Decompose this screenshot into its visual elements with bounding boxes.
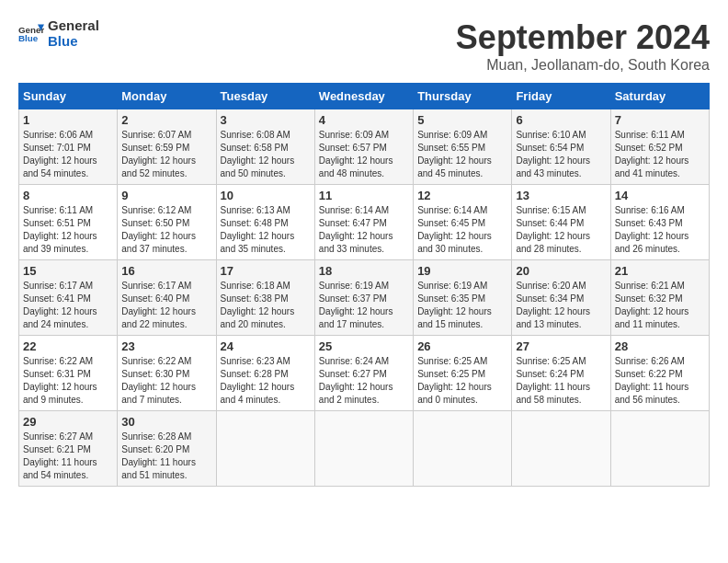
table-row: 11 Sunrise: 6:14 AM Sunset: 6:47 PM Dayl… [314,185,413,260]
table-row: 18 Sunrise: 6:19 AM Sunset: 6:37 PM Dayl… [314,260,413,336]
sunset-label: Sunset: 6:44 PM [516,218,584,228]
sunrise-label: Sunrise: 6:24 AM [319,356,389,366]
calendar-week-row: 15 Sunrise: 6:17 AM Sunset: 6:41 PM Dayl… [19,260,710,336]
calendar-subtitle: Muan, Jeollanam-do, South Korea [456,57,710,74]
table-row: 19 Sunrise: 6:19 AM Sunset: 6:35 PM Dayl… [414,260,512,336]
header-wednesday: Wednesday [314,84,413,109]
sunset-label: Sunset: 6:40 PM [121,293,189,304]
table-row: 24 Sunrise: 6:23 AM Sunset: 6:28 PM Dayl… [216,336,314,411]
sunrise-label: Sunrise: 6:23 AM [221,356,290,366]
day-number: 19 [417,264,507,278]
sunset-label: Sunset: 6:43 PM [615,218,683,228]
day-number: 10 [221,189,311,202]
sunset-label: Sunset: 6:34 PM [516,293,584,304]
table-row: 2 Sunrise: 6:07 AM Sunset: 6:59 PM Dayli… [118,109,216,185]
daylight-label: Daylight: 11 hours and 56 minutes. [615,382,689,405]
daylight-label: Daylight: 12 hours and 0 minutes. [417,382,492,405]
table-row: 14 Sunrise: 6:16 AM Sunset: 6:43 PM Dayl… [610,185,709,260]
day-number: 9 [121,189,211,202]
daylight-label: Daylight: 12 hours and 37 minutes. [121,231,196,254]
day-number: 16 [121,264,211,278]
day-info: Sunrise: 6:26 AM Sunset: 6:22 PM Dayligh… [615,355,705,407]
table-row: 28 Sunrise: 6:26 AM Sunset: 6:22 PM Dayl… [610,336,709,411]
table-row: 7 Sunrise: 6:11 AM Sunset: 6:52 PM Dayli… [610,109,709,185]
day-info: Sunrise: 6:18 AM Sunset: 6:38 PM Dayligh… [221,280,311,331]
sunrise-label: Sunrise: 6:10 AM [516,130,586,140]
day-number: 26 [417,339,507,353]
sunrise-label: Sunrise: 6:19 AM [319,281,389,291]
day-info: Sunrise: 6:13 AM Sunset: 6:48 PM Dayligh… [221,204,311,256]
header-friday: Friday [512,84,610,109]
sunrise-label: Sunrise: 6:27 AM [23,431,93,442]
day-number: 2 [121,113,211,127]
table-row [414,411,512,487]
day-number: 14 [615,189,705,202]
sunrise-label: Sunrise: 6:09 AM [319,130,389,140]
table-row: 9 Sunrise: 6:12 AM Sunset: 6:50 PM Dayli… [118,185,216,260]
sunset-label: Sunset: 6:55 PM [417,143,485,153]
sunset-label: Sunset: 6:52 PM [615,143,683,153]
table-row: 5 Sunrise: 6:09 AM Sunset: 6:55 PM Dayli… [414,109,512,185]
table-row: 21 Sunrise: 6:21 AM Sunset: 6:32 PM Dayl… [610,260,709,336]
daylight-label: Daylight: 12 hours and 9 minutes. [23,382,97,405]
sunset-label: Sunset: 6:24 PM [516,369,584,379]
header-sunday: Sunday [19,84,118,109]
sunrise-label: Sunrise: 6:07 AM [121,130,191,140]
logo-icon: General Blue [18,21,44,47]
day-number: 25 [319,339,409,353]
sunrise-label: Sunrise: 6:12 AM [121,205,191,215]
sunrise-label: Sunrise: 6:11 AM [615,130,685,140]
day-info: Sunrise: 6:11 AM Sunset: 6:52 PM Dayligh… [615,129,705,180]
sunrise-label: Sunrise: 6:06 AM [23,130,93,140]
day-info: Sunrise: 6:25 AM Sunset: 6:24 PM Dayligh… [516,355,606,407]
day-number: 21 [615,264,705,278]
daylight-label: Daylight: 12 hours and 17 minutes. [319,306,393,329]
sunset-label: Sunset: 6:59 PM [121,143,189,153]
daylight-label: Daylight: 12 hours and 28 minutes. [516,231,590,254]
daylight-label: Daylight: 12 hours and 13 minutes. [516,306,590,329]
daylight-label: Daylight: 12 hours and 39 minutes. [23,231,97,254]
table-row: 15 Sunrise: 6:17 AM Sunset: 6:41 PM Dayl… [19,260,118,336]
daylight-label: Daylight: 12 hours and 48 minutes. [319,155,393,178]
day-number: 24 [221,339,311,353]
day-info: Sunrise: 6:12 AM Sunset: 6:50 PM Dayligh… [121,204,211,256]
daylight-label: Daylight: 12 hours and 54 minutes. [23,155,97,178]
table-row: 3 Sunrise: 6:08 AM Sunset: 6:58 PM Dayli… [216,109,314,185]
sunrise-label: Sunrise: 6:21 AM [615,281,685,291]
day-info: Sunrise: 6:15 AM Sunset: 6:44 PM Dayligh… [516,204,606,256]
table-row: 22 Sunrise: 6:22 AM Sunset: 6:31 PM Dayl… [19,336,118,411]
calendar-week-row: 29 Sunrise: 6:27 AM Sunset: 6:21 PM Dayl… [19,411,710,487]
sunset-label: Sunset: 6:31 PM [23,369,91,379]
day-info: Sunrise: 6:25 AM Sunset: 6:25 PM Dayligh… [417,355,507,407]
table-row: 17 Sunrise: 6:18 AM Sunset: 6:38 PM Dayl… [216,260,314,336]
daylight-label: Daylight: 12 hours and 52 minutes. [121,155,196,178]
daylight-label: Daylight: 12 hours and 45 minutes. [417,155,492,178]
day-number: 17 [221,264,311,278]
day-info: Sunrise: 6:09 AM Sunset: 6:55 PM Dayligh… [417,129,507,180]
sunset-label: Sunset: 6:25 PM [417,369,485,379]
title-section: September 2024 Muan, Jeollanam-do, South… [456,18,710,74]
daylight-label: Daylight: 11 hours and 51 minutes. [121,457,196,480]
daylight-label: Daylight: 11 hours and 58 minutes. [516,382,590,405]
day-number: 30 [121,415,211,429]
logo-text-blue: Blue [48,34,99,50]
daylight-label: Daylight: 12 hours and 26 minutes. [615,231,689,254]
daylight-label: Daylight: 12 hours and 22 minutes. [121,306,196,329]
day-info: Sunrise: 6:17 AM Sunset: 6:41 PM Dayligh… [23,280,113,331]
table-row: 27 Sunrise: 6:25 AM Sunset: 6:24 PM Dayl… [512,336,610,411]
daylight-label: Daylight: 12 hours and 41 minutes. [615,155,689,178]
table-row: 25 Sunrise: 6:24 AM Sunset: 6:27 PM Dayl… [314,336,413,411]
calendar-week-row: 8 Sunrise: 6:11 AM Sunset: 6:51 PM Dayli… [19,185,710,260]
sunrise-label: Sunrise: 6:28 AM [121,431,191,442]
day-info: Sunrise: 6:08 AM Sunset: 6:58 PM Dayligh… [221,129,311,180]
day-info: Sunrise: 6:21 AM Sunset: 6:32 PM Dayligh… [615,280,705,331]
day-info: Sunrise: 6:07 AM Sunset: 6:59 PM Dayligh… [121,129,211,180]
sunset-label: Sunset: 6:28 PM [221,369,289,379]
sunrise-label: Sunrise: 6:15 AM [516,205,586,215]
header-saturday: Saturday [610,84,709,109]
sunrise-label: Sunrise: 6:22 AM [23,356,93,366]
day-info: Sunrise: 6:17 AM Sunset: 6:40 PM Dayligh… [121,280,211,331]
sunrise-label: Sunrise: 6:19 AM [417,281,487,291]
sunrise-label: Sunrise: 6:17 AM [121,281,191,291]
day-number: 18 [319,264,409,278]
